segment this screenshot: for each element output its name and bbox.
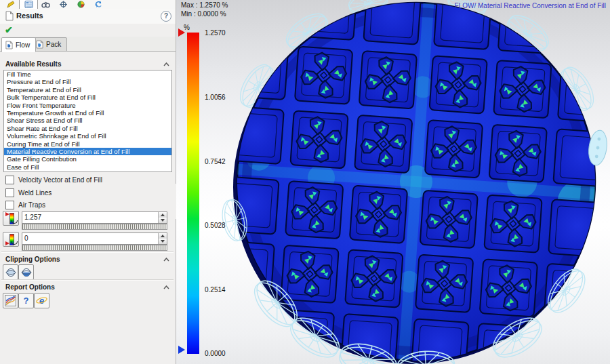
ok-check-icon[interactable]: ✔ bbox=[5, 24, 13, 35]
min-spin-down-button[interactable] bbox=[159, 239, 167, 244]
air-traps-label: Air Traps bbox=[18, 201, 45, 209]
max-value-field[interactable]: 1.257 bbox=[22, 211, 167, 224]
result-item[interactable]: Bulk Temperature at End of Fill bbox=[4, 94, 171, 101]
clip-plane-icon[interactable] bbox=[3, 264, 18, 280]
result-item[interactable]: Pressure at End of Fill bbox=[4, 78, 171, 85]
pencil-icon[interactable] bbox=[1, 0, 19, 9]
refresh-icon[interactable] bbox=[89, 0, 107, 9]
orbit-ring-icon bbox=[35, 294, 48, 307]
waffle-cell bbox=[221, 176, 279, 234]
min-value-slider[interactable] bbox=[22, 245, 167, 251]
property-manager-tabbar bbox=[0, 0, 176, 9]
checkbox-row-weld[interactable]: Weld Lines bbox=[5, 188, 52, 197]
panel-header: Results ? bbox=[0, 9, 176, 24]
min-value: 0 bbox=[24, 235, 28, 242]
min-spinners bbox=[158, 233, 167, 244]
air-traps-checkbox[interactable] bbox=[5, 201, 14, 209]
tab-pack[interactable]: Pack bbox=[32, 37, 67, 52]
globe-icon[interactable] bbox=[72, 0, 89, 9]
legend-max-pointer[interactable] bbox=[178, 28, 185, 37]
weld-lines-label: Weld Lines bbox=[18, 189, 52, 197]
weld-lines-checkbox[interactable] bbox=[5, 188, 14, 197]
property-manager-panel: Results ? ✔ Flow Pack Available Results … bbox=[0, 0, 176, 364]
tab-pack-label: Pack bbox=[46, 41, 61, 48]
scale-max-icon[interactable] bbox=[3, 211, 19, 226]
web-report-icon[interactable]: e bbox=[34, 293, 49, 308]
collapse-chevron-icon[interactable] bbox=[163, 62, 169, 66]
collapse-chevron-icon[interactable] bbox=[163, 285, 169, 289]
max-value: 1.257 bbox=[24, 214, 41, 221]
graphics-viewport[interactable]: Max : 1.2570 % Min : 0.0000 % % 1.2570 1… bbox=[176, 0, 610, 364]
target-icon[interactable] bbox=[54, 0, 72, 9]
available-results-header: Available Results bbox=[5, 60, 61, 68]
min-value-field[interactable]: 0 bbox=[22, 232, 167, 245]
checkbox-row-airtraps[interactable]: Air Traps bbox=[5, 201, 45, 209]
report-options-header: Report Options bbox=[5, 283, 55, 291]
divider bbox=[1, 251, 174, 253]
flow-pack-tabstrip: Flow Pack bbox=[0, 37, 176, 52]
result-item[interactable]: Flow Front Temperature bbox=[4, 102, 171, 109]
eye-icon bbox=[11, 220, 18, 224]
plot-report-icon[interactable] bbox=[3, 293, 18, 308]
waffle-cell bbox=[230, 42, 288, 100]
result-item[interactable]: Shear Stress at End of Fill bbox=[4, 117, 171, 124]
flow-doc-icon bbox=[5, 41, 13, 49]
binoculars-icon[interactable] bbox=[37, 0, 54, 9]
checkbox-row-velocity[interactable]: Velocity Vector at End of Fill bbox=[5, 176, 102, 184]
waffle-cell bbox=[548, 199, 606, 257]
properties-icon[interactable] bbox=[19, 0, 38, 9]
result-item[interactable]: Temperature Growth at End of Fill bbox=[4, 109, 171, 117]
legend-min-pointer[interactable] bbox=[178, 346, 185, 354]
velocity-vector-checkbox[interactable] bbox=[5, 176, 14, 184]
eye-icon bbox=[11, 241, 18, 245]
max-spin-down-button[interactable] bbox=[159, 218, 167, 223]
results-page-icon bbox=[5, 11, 14, 22]
panel-title: Results bbox=[16, 12, 43, 20]
help-report-icon[interactable]: ? bbox=[18, 293, 34, 308]
available-results-list[interactable]: Fill TimePressure at End of FillTemperat… bbox=[3, 70, 172, 172]
result-item[interactable]: Material Reactive Conversion at End of F… bbox=[4, 148, 171, 155]
solidworks-plastics-window: Results ? ✔ Flow Pack Available Results … bbox=[0, 0, 610, 364]
max-spinners bbox=[158, 212, 167, 223]
velocity-vector-label: Velocity Vector at End of Fill bbox=[18, 176, 102, 184]
divider bbox=[1, 279, 174, 281]
model-canvas[interactable] bbox=[176, 0, 610, 364]
result-item[interactable]: Ease of Fill bbox=[4, 163, 171, 171]
result-item[interactable]: Curing Time at End of Fill bbox=[4, 140, 171, 148]
min-arrow-icon bbox=[5, 241, 9, 245]
result-item[interactable]: Temperature at End of Fill bbox=[4, 86, 171, 94]
clipping-options-header: Clipping Options bbox=[5, 256, 60, 263]
result-item[interactable]: Volumetric Shrinkage at End of Fill bbox=[4, 132, 171, 140]
help-icon[interactable]: ? bbox=[161, 11, 171, 22]
result-item[interactable]: Gate Filling Contribution bbox=[4, 155, 171, 163]
result-item[interactable]: Fill Time bbox=[4, 70, 171, 78]
collapse-chevron-icon[interactable] bbox=[163, 258, 169, 262]
tab-flow-label: Flow bbox=[16, 41, 30, 49]
tab-flow[interactable]: Flow bbox=[1, 37, 36, 52]
max-value-slider[interactable] bbox=[22, 224, 167, 230]
scale-min-icon[interactable] bbox=[3, 232, 19, 247]
max-arrow-icon bbox=[5, 212, 9, 216]
plot-title: FLOW/ Material Reactive Conversion at En… bbox=[455, 2, 606, 9]
clip-sphere-icon[interactable] bbox=[18, 264, 34, 280]
pack-doc-icon bbox=[36, 40, 43, 49]
result-item[interactable]: Shear Rate at End of Fill bbox=[4, 125, 171, 132]
waffle-cell bbox=[226, 106, 284, 164]
